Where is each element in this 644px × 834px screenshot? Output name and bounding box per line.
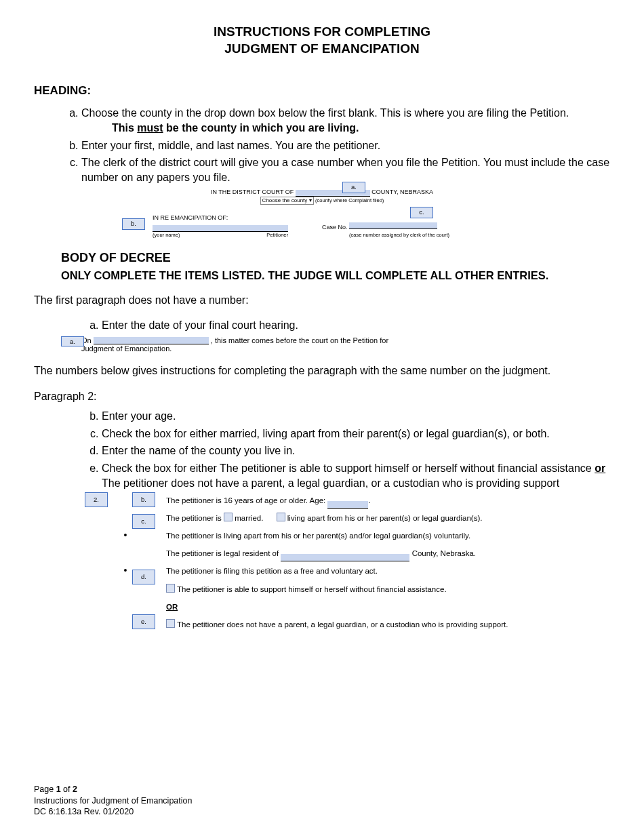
heading-a-sub-prefix: This <box>112 122 137 134</box>
callout-b-excerpt: b. <box>132 492 155 507</box>
age-prefix: The petitioner is 16 years of age or old… <box>166 496 325 504</box>
heading-item-b: Enter your first, middle, and last names… <box>81 138 610 153</box>
first-para-item-a: Enter the date of your final court heari… <box>102 318 610 333</box>
heading-item-a-text: Choose the county in the drop down box b… <box>81 107 569 119</box>
callout-c: c. <box>410 207 433 218</box>
title-line-2: JUDGMENT OF EMANCIPATION <box>34 41 610 58</box>
first-para-list: Enter the date of your final court heari… <box>81 318 610 333</box>
case-no-note: (case number assigned by clerk of the co… <box>349 232 491 239</box>
bullet-icon: • <box>124 565 127 576</box>
para2-item-e: Check the box for either The petitioner … <box>102 461 610 490</box>
case-no-label: Case No. <box>322 224 348 231</box>
footer-page: Page 1 of 2 <box>34 784 192 795</box>
para2-item-b: Enter your age. <box>102 409 610 424</box>
callout-2: 2. <box>85 492 108 507</box>
callout-a: a. <box>342 182 365 193</box>
checkbox-support-self[interactable] <box>166 584 175 593</box>
no-parent-text: The petitioner does not have a parent, a… <box>177 620 508 629</box>
county-nebraska: COUNTY, NEBRASKA <box>371 188 433 195</box>
checkbox-living-apart[interactable] <box>277 513 285 521</box>
resident-prefix: The petitioner is legal resident of <box>166 549 279 557</box>
your-name-caption: (your name) <box>153 232 180 239</box>
name-blank[interactable] <box>153 225 288 232</box>
callout-d-excerpt: d. <box>132 570 155 584</box>
bullet-icon: • <box>124 530 127 540</box>
body-of-decree-heading: BODY OF DECREE <box>61 251 610 265</box>
after-date-text: , this matter comes before the court on … <box>211 336 388 344</box>
date-blank[interactable] <box>94 337 209 344</box>
voluntarily-text: The petitioner is living apart from his … <box>166 529 546 544</box>
in-re-label: IN RE EMANCIPATION OF: <box>153 214 228 221</box>
document-title: INSTRUCTIONS FOR COMPLETING JUDGMENT OF … <box>34 24 610 57</box>
case-no-blank[interactable] <box>349 222 437 229</box>
heading-form-excerpt: a. b. c. IN THE DISTRICT COURT OF COUNTY… <box>153 188 491 239</box>
excerpt-paragraph-2: 2. b. c. d. e. The petitioner is 16 year… <box>112 494 546 633</box>
age-blank[interactable] <box>327 501 368 509</box>
court-prefix: IN THE DISTRICT COURT OF <box>211 188 294 195</box>
married-prefix: The petitioner is <box>166 514 224 522</box>
checkbox-no-parent[interactable] <box>166 619 175 628</box>
county-select[interactable]: Choose the county ▾ <box>260 197 314 205</box>
callout-c-excerpt: c. <box>132 514 155 529</box>
footer-page-num: 1 <box>56 785 61 794</box>
heading-instructions-list: Choose the county in the drop down box b… <box>61 106 610 184</box>
footer-line2: Instructions for Judgment of Emancipatio… <box>34 795 192 806</box>
para2-item-c: Check the box for either married, living… <box>102 426 610 441</box>
para2-item-d: Enter the name of the county you live in… <box>102 443 610 458</box>
heading-item-a-sub: This must be the county in which you are… <box>112 121 610 136</box>
support-self-text: The petitioner is able to support himsel… <box>177 585 447 593</box>
numbers-intro: The numbers below gives instructions for… <box>34 363 610 378</box>
callout-a-excerpt: a. <box>61 336 84 346</box>
county-resident-blank[interactable] <box>281 554 409 561</box>
footer-page-total: 2 <box>73 785 77 794</box>
footer-page-prefix: Page <box>34 785 56 794</box>
heading-a-sub-suffix: be the county in which you are living. <box>163 122 359 134</box>
page-footer: Page 1 of 2 Instructions for Judgment of… <box>34 784 192 817</box>
age-suffix: . <box>368 496 370 504</box>
excerpt-a-line2: Judgment of Emancipation. <box>81 344 502 353</box>
living-apart-label: living apart from his or her parent(s) o… <box>287 514 483 522</box>
para2-e-suffix: The petitioner does not have a parent, a… <box>102 477 559 489</box>
para2-e-prefix: Check the box for either The petitioner … <box>102 462 595 474</box>
callout-e-excerpt: e. <box>132 614 155 629</box>
heading-item-c: The clerk of the district court will giv… <box>81 155 610 184</box>
para2-e-underlined: or <box>595 462 605 474</box>
excerpt-first-paragraph: a. On , this matter comes before the cou… <box>81 336 502 353</box>
heading-a-sub-underlined: must <box>137 122 163 134</box>
resident-suffix: County, Nebraska. <box>412 549 476 557</box>
heading-section-title: HEADING: <box>34 84 610 98</box>
first-para-intro: The first paragraph does not have a numb… <box>34 293 610 308</box>
footer-line3: DC 6:16.13a Rev. 01/2020 <box>34 806 192 817</box>
heading-item-a: Choose the county in the drop down box b… <box>81 106 610 135</box>
callout-b: b. <box>122 218 145 229</box>
free-act-text: The petitioner is filing this petition a… <box>166 564 546 579</box>
or-label: OR <box>166 600 546 615</box>
para2-instructions-list: Enter your age. Check the box for either… <box>81 409 610 490</box>
title-line-1: INSTRUCTIONS FOR COMPLETING <box>34 24 610 41</box>
county-select-note: (county where Complaint filed) <box>315 197 384 203</box>
footer-of: of <box>61 785 73 794</box>
paragraph-2-label: Paragraph 2: <box>34 389 610 404</box>
body-of-decree-sub: ONLY COMPLETE THE ITEMS LISTED. THE JUDG… <box>61 269 610 282</box>
county-select-label: Choose the county <box>262 197 308 203</box>
checkbox-married[interactable] <box>224 513 233 521</box>
married-label: married. <box>235 514 263 522</box>
petitioner-caption: Petitioner <box>266 232 288 239</box>
